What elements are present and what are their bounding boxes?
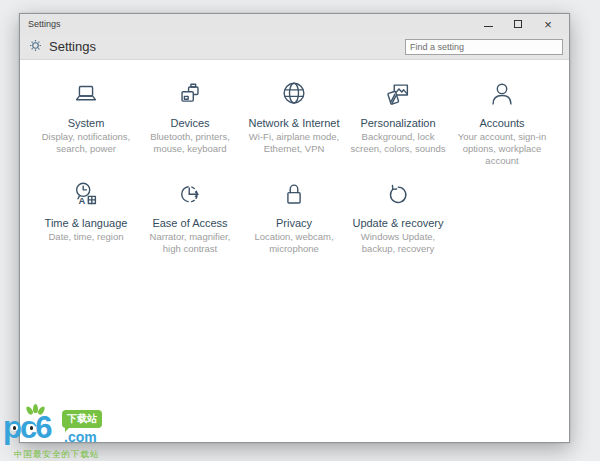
tile-subtitle: Display, notifications, search, power	[34, 131, 138, 155]
dashed-clock-arrow-icon	[175, 180, 205, 210]
gear-icon	[29, 38, 42, 56]
minimize-button[interactable]	[473, 14, 503, 34]
tile-title: Time & language	[34, 217, 138, 229]
window-controls: ×	[473, 14, 563, 34]
tile-update-recovery[interactable]: Update & recovery Windows Update, backup…	[346, 180, 450, 255]
close-icon: ×	[544, 18, 552, 31]
page-title: Settings	[49, 39, 96, 54]
tile-subtitle: Location, webcam, microphone	[242, 231, 346, 255]
tiles-row-2: A Time & language Date, time, region	[34, 180, 450, 255]
tile-ease-of-access[interactable]: Ease of Access Narrator, magnifier, high…	[138, 180, 242, 255]
tiles-row-1: System Display, notifications, search, p…	[34, 80, 554, 167]
tile-title: System	[34, 117, 138, 129]
tile-subtitle: Wi-Fi, airplane mode, Ethernet, VPN	[242, 131, 346, 155]
laptop-icon	[71, 80, 101, 110]
tile-subtitle: Bluetooth, printers, mouse, keyboard	[138, 131, 242, 155]
refresh-arrow-icon	[383, 180, 413, 210]
tile-subtitle: Background, lock screen, colors, sounds	[346, 131, 450, 155]
watermark-com: .com	[64, 429, 97, 445]
tile-title: Privacy	[242, 217, 346, 229]
tile-devices[interactable]: Devices Bluetooth, printers, mouse, keyb…	[138, 80, 242, 167]
eye-icon	[11, 424, 18, 431]
app-header: Settings	[20, 34, 569, 60]
clock-language-icon: A	[71, 180, 101, 210]
globe-icon	[279, 80, 309, 110]
photos-icon	[383, 80, 413, 110]
printer-devices-icon	[175, 80, 205, 110]
tile-subtitle: Windows Update, backup, recovery	[346, 231, 450, 255]
tile-subtitle: Your account, sign-in options, workplace…	[450, 131, 554, 167]
person-icon	[487, 80, 517, 110]
minimize-icon	[484, 26, 493, 27]
close-button[interactable]: ×	[533, 14, 563, 34]
tile-title: Personalization	[346, 117, 450, 129]
pc6-watermark: pc6 下载站 .com 中国最安全的下载站	[3, 409, 143, 459]
tile-title: Ease of Access	[138, 217, 242, 229]
tile-personalization[interactable]: Personalization Background, lock screen,…	[346, 80, 450, 167]
tile-time-language[interactable]: A Time & language Date, time, region	[34, 180, 138, 255]
maximize-button[interactable]	[503, 14, 533, 34]
tile-title: Devices	[138, 117, 242, 129]
tile-subtitle: Narrator, magnifier, high contrast	[138, 231, 242, 255]
settings-window: Settings × Settings	[19, 13, 570, 443]
svg-text:A: A	[79, 196, 86, 206]
watermark-tagline: 中国最安全的下载站	[14, 449, 100, 461]
padlock-icon	[279, 180, 309, 210]
tile-subtitle: Date, time, region	[34, 231, 138, 243]
tile-accounts[interactable]: Accounts Your account, sign-in options, …	[450, 80, 554, 167]
eye-icon	[28, 424, 35, 431]
tile-title: Update & recovery	[346, 217, 450, 229]
tile-network-internet[interactable]: Network & Internet Wi-Fi, airplane mode,…	[242, 80, 346, 167]
titlebar: Settings ×	[20, 14, 569, 34]
watermark-badge: 下载站	[62, 410, 102, 428]
window-title: Settings	[28, 19, 61, 29]
tile-title: Network & Internet	[242, 117, 346, 129]
tile-privacy[interactable]: Privacy Location, webcam, microphone	[242, 180, 346, 255]
tile-system[interactable]: System Display, notifications, search, p…	[34, 80, 138, 167]
search-input[interactable]	[405, 39, 563, 55]
maximize-icon	[514, 20, 522, 28]
tile-title: Accounts	[450, 117, 554, 129]
